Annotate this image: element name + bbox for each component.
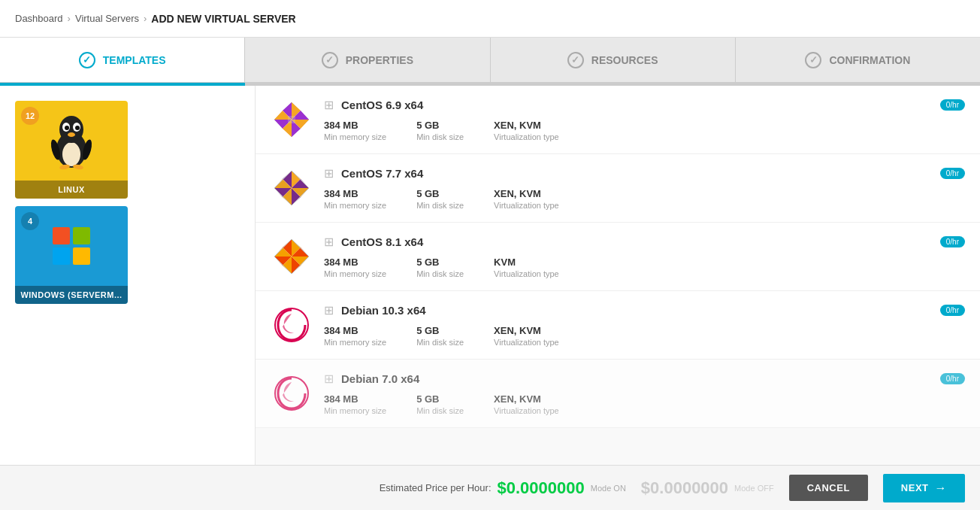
spec-memory-5: 384 MB Min memory size [324, 393, 386, 415]
template-row-4-specs: 384 MB Min memory size 5 GB Min disk siz… [324, 325, 965, 347]
windows-badge: 4 [21, 212, 39, 230]
step-label-resources: RESOURCES [591, 54, 658, 66]
template-row-1-info: ⊞ CentOS 6.9 x64 0/hr 384 MB Min memory … [324, 98, 965, 141]
price-label: Estimated Price per Hour: [380, 482, 492, 493]
windows-logo [53, 227, 90, 265]
centos-8-icon [271, 236, 312, 278]
steps-bar: ✓ TEMPLATES ✓ PROPERTIES ✓ RESOURCES ✓ C… [0, 38, 980, 83]
spec-memory-3: 384 MB Min memory size [324, 257, 386, 278]
grid-icon-1: ⊞ [324, 98, 334, 112]
template-row-2-price: 0/hr [940, 168, 965, 179]
next-button[interactable]: NEXT → [883, 474, 965, 502]
linux-label: LINUX [15, 181, 128, 199]
template-row-5-specs: 384 MB Min memory size 5 GB Min disk siz… [324, 393, 965, 415]
step-check-properties: ✓ [322, 52, 338, 68]
main-content: 12 [0, 86, 980, 465]
grid-icon-5: ⊞ [324, 372, 334, 386]
table-row[interactable]: ⊞ CentOS 6.9 x64 0/hr 384 MB Min memory … [256, 86, 980, 154]
template-row-1-header: ⊞ CentOS 6.9 x64 0/hr [324, 98, 965, 112]
breadcrumb-current: ADD NEW VIRTUAL SERVER [151, 13, 295, 25]
template-card-linux[interactable]: 12 [15, 101, 128, 199]
spec-virt-4: XEN, KVM Virtualization type [494, 325, 559, 347]
template-row-1-name: CentOS 6.9 x64 [341, 99, 423, 111]
step-label-confirmation: CONFIRMATION [829, 54, 910, 66]
breadcrumb-sep1: › [68, 13, 71, 24]
win-yellow [73, 247, 90, 265]
step-properties[interactable]: ✓ PROPERTIES [245, 38, 490, 82]
template-row-4-info: ⊞ Debian 10.3 x64 0/hr 384 MB Min memory… [324, 303, 965, 347]
template-row-4-price: 0/hr [940, 305, 965, 316]
template-row-1-price: 0/hr [940, 99, 965, 111]
win-red [53, 227, 70, 244]
bottom-bar: Estimated Price per Hour: $0.0000000 Mod… [0, 465, 980, 510]
table-row[interactable]: ⊞ CentOS 8.1 x64 0/hr 384 MB Min memory … [256, 223, 980, 291]
win-blue [53, 247, 70, 265]
step-resources[interactable]: ✓ RESOURCES [491, 38, 736, 82]
template-row-1-specs: 384 MB Min memory size 5 GB Min disk siz… [324, 120, 965, 141]
svg-point-5 [65, 126, 69, 130]
spec-memory-4: 384 MB Min memory size [324, 325, 386, 347]
template-row-2-info: ⊞ CentOS 7.7 x64 0/hr 384 MB Min memory … [324, 166, 965, 210]
windows-label: WINDOWS (SERVERM... [15, 286, 128, 304]
table-row[interactable]: ⊞ Debian 7.0 x64 0/hr 384 MB Min memory … [256, 360, 980, 428]
spec-disk-4: 5 GB Min disk size [416, 325, 464, 347]
step-check-confirmation: ✓ [805, 52, 821, 68]
table-row[interactable]: ⊞ Debian 10.3 x64 0/hr 384 MB Min memory… [256, 291, 980, 360]
spec-disk-1: 5 GB Min disk size [416, 120, 464, 141]
template-row-5-header: ⊞ Debian 7.0 x64 0/hr [324, 372, 965, 386]
spec-memory-1: 384 MB Min memory size [324, 120, 386, 141]
right-panel: ⊞ CentOS 6.9 x64 0/hr 384 MB Min memory … [256, 86, 980, 465]
debian-10-icon [271, 305, 312, 346]
step-confirmation[interactable]: ✓ CONFIRMATION [736, 38, 980, 82]
svg-rect-21 [288, 116, 295, 123]
price-section-off: $0.0000000 Mode OFF [641, 478, 774, 498]
breadcrumb: Dashboard › Virtual Servers › ADD NEW VI… [15, 13, 296, 25]
breadcrumb-sep2: › [144, 13, 147, 24]
svg-point-6 [75, 126, 80, 130]
table-row[interactable]: ⊞ CentOS 7.7 x64 0/hr 384 MB Min memory … [256, 154, 980, 223]
template-row-2-specs: 384 MB Min memory size 5 GB Min disk siz… [324, 188, 965, 210]
template-row-2-header: ⊞ CentOS 7.7 x64 0/hr [324, 166, 965, 181]
price-value-off: $0.0000000 [641, 478, 728, 498]
spec-disk-5: 5 GB Min disk size [416, 393, 464, 415]
spec-virt-2: XEN, KVM Virtualization type [494, 188, 559, 210]
step-check-resources: ✓ [567, 52, 584, 68]
template-row-3-name: CentOS 8.1 x64 [341, 235, 423, 248]
top-bar: Dashboard › Virtual Servers › ADD NEW VI… [0, 0, 980, 38]
centos-7-icon [271, 168, 312, 209]
breadcrumb-dashboard[interactable]: Dashboard [15, 13, 63, 24]
centos-6-icon [271, 99, 312, 141]
step-label-templates: TEMPLATES [103, 54, 166, 66]
spec-virt-5: XEN, KVM Virtualization type [494, 393, 559, 415]
svg-point-1 [62, 142, 80, 166]
cancel-button[interactable]: CANCEL [789, 475, 868, 501]
price-section-on: Estimated Price per Hour: $0.0000000 Mod… [380, 478, 626, 498]
next-arrow-icon: → [935, 481, 948, 495]
spec-disk-2: 5 GB Min disk size [416, 188, 464, 210]
template-row-4-name: Debian 10.3 x64 [341, 304, 426, 317]
template-card-windows[interactable]: 4 WINDOWS (SERVERM... [15, 206, 128, 304]
step-check-templates: ✓ [79, 52, 95, 68]
svg-point-41 [275, 377, 308, 410]
template-row-2-name: CentOS 7.7 x64 [341, 167, 423, 180]
price-value-on: $0.0000000 [498, 478, 585, 498]
template-row-3-info: ⊞ CentOS 8.1 x64 0/hr 384 MB Min memory … [324, 235, 965, 278]
template-row-3-header: ⊞ CentOS 8.1 x64 0/hr [324, 235, 965, 249]
template-row-5-price: 0/hr [940, 373, 965, 384]
template-row-3-specs: 384 MB Min memory size 5 GB Min disk siz… [324, 257, 965, 278]
debian-7-icon [271, 373, 312, 414]
spec-memory-2: 384 MB Min memory size [324, 188, 386, 210]
step-templates[interactable]: ✓ TEMPLATES [0, 38, 245, 82]
grid-icon-4: ⊞ [324, 303, 334, 317]
linux-badge: 12 [21, 107, 39, 125]
svg-point-7 [68, 132, 75, 137]
template-row-3-price: 0/hr [940, 236, 965, 247]
template-row-5-info: ⊞ Debian 7.0 x64 0/hr 384 MB Min memory … [324, 372, 965, 415]
next-label: NEXT [901, 482, 929, 493]
price-mode-on: Mode ON [591, 484, 626, 493]
spec-disk-3: 5 GB Min disk size [416, 257, 464, 278]
spec-virt-1: XEN, KVM Virtualization type [494, 120, 559, 141]
template-row-5-name: Debian 7.0 x64 [341, 372, 419, 385]
grid-icon-3: ⊞ [324, 235, 334, 249]
breadcrumb-virtual-servers[interactable]: Virtual Servers [75, 13, 139, 24]
